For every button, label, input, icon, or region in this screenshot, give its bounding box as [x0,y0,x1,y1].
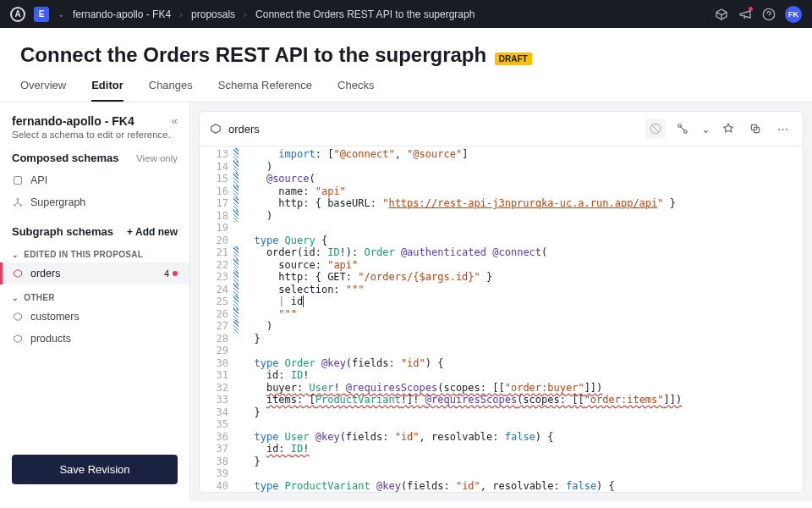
connectors-icon[interactable] [672,119,693,139]
code-line[interactable]: 20 type Query { [200,235,803,247]
unsaved-dot [173,271,178,276]
more-icon[interactable]: ⋯ [772,119,793,139]
sidebar-item-customers[interactable]: customers [0,306,189,328]
code-line[interactable]: 27 ) [200,320,803,333]
save-revision-button[interactable]: Save Revision [12,455,178,484]
code-line[interactable]: 37 id: ID! [200,443,803,456]
lint-icon[interactable] [718,119,738,139]
sidebar-item-label: orders [30,268,60,279]
code-line[interactable]: 33 items: [ProductVariant!]! @requiresSc… [200,394,803,406]
code-line[interactable]: 40 type ProductVariant @key(fields: "id"… [200,480,803,493]
svg-point-4 [20,205,22,207]
copy-icon[interactable] [745,119,765,139]
code-line[interactable]: 30 type Order @key(fields: "id") { [200,357,803,370]
org-badge[interactable]: E [34,7,49,22]
tab-editor[interactable]: Editor [91,79,123,102]
topbar: A E ⌄ fernando-apollo - FK4 › proposals … [0,0,812,28]
code-line[interactable]: 24 selection: """ [200,284,803,296]
chevron-down-icon: ⌄ [12,294,19,302]
collapse-sidebar-icon[interactable]: « [172,114,178,127]
group-edited[interactable]: ⌄ EDITED IN THIS PROPOSAL [0,241,189,262]
tab-checks[interactable]: Checks [337,79,374,102]
sidebar-item-label: Supergraph [30,196,85,208]
breadcrumb-graph[interactable]: fernando-apollo - FK4 [73,8,171,20]
announce-icon[interactable] [738,7,753,22]
code-line[interactable]: 36 type User @key(fields: "id", resolvab… [200,431,803,444]
sidebar-item-label: API [30,174,47,186]
code-line[interactable]: 18 ) [200,210,803,223]
breadcrumb-proposals[interactable]: proposals [191,8,235,20]
code-line[interactable]: 39 [200,467,803,480]
subgraph-schemas-label: Subgraph schemas [12,225,113,238]
sidebar-subtitle: Select a schema to edit or reference. [12,130,171,140]
code-line[interactable]: 26 """ [200,308,803,321]
code-line[interactable]: 38 } [200,456,803,468]
breadcrumb-sep: › [244,8,247,20]
code-line[interactable]: 17 http: { baseURL: "https://rest-api-j3… [200,197,803,210]
discard-icon [645,119,666,139]
cube-icon [12,268,24,279]
code-line[interactable]: 31 id: ID! [200,369,803,382]
sidebar: fernando-apollo - FK4 Select a schema to… [0,102,190,501]
svg-rect-1 [14,177,22,185]
sidebar-item-api[interactable]: API [0,169,189,191]
code-line[interactable]: 21 order(id: ID!): Order @authenticated … [200,246,803,259]
cube-icon [210,123,222,135]
cube-icon[interactable] [714,7,729,22]
code-line[interactable]: 29 [200,345,803,357]
code-line[interactable]: 22 source: "api" [200,259,803,272]
code-line[interactable]: 23 http: { GET: "/orders/{$args.id}" } [200,271,803,284]
editor-tab-title[interactable]: orders [228,123,260,135]
code-line[interactable]: 19 [200,222,803,235]
supergraph-icon [12,196,24,208]
svg-point-3 [14,205,16,207]
tab-changes[interactable]: Changes [149,79,193,102]
tab-overview[interactable]: Overview [20,79,66,102]
svg-point-2 [17,199,19,201]
editor-tab-bar: orders ⌄ ⋯ [200,112,803,146]
apollo-logo[interactable]: A [10,7,25,22]
code-editor[interactable]: 13 import: ["@connect", "@source"]14 )15… [200,146,803,492]
code-line[interactable]: 13 import: ["@connect", "@source"] [200,148,803,161]
cube-icon [12,311,24,323]
code-line[interactable]: 32 buyer: User! @requiresScopes(scopes: … [200,382,803,395]
code-line[interactable]: 34 } [200,406,803,419]
chevron-down-icon[interactable]: ⌄ [700,119,711,139]
help-icon[interactable] [761,7,776,22]
cube-icon [12,333,24,345]
api-icon [12,174,24,186]
page-header: Connect the Orders REST API to the super… [0,28,812,67]
code-line[interactable]: 25 | id [200,295,803,308]
code-line[interactable]: 28 } [200,333,803,345]
composed-schemas-label: Composed schemas [12,152,118,164]
breadcrumb-title[interactable]: Connect the Orders REST API to the super… [255,8,475,20]
sidebar-item-supergraph[interactable]: Supergraph [0,191,189,213]
chevron-down-icon: ⌄ [12,251,19,259]
sidebar-title: fernando-apollo - FK4 [12,114,171,128]
page-title: Connect the Orders REST API to the super… [20,43,486,66]
sidebar-item-label: customers [30,311,80,323]
view-only-label: View only [136,153,178,163]
code-line[interactable]: 35 [200,418,803,431]
sidebar-item-orders[interactable]: orders 4 [0,262,189,284]
tabs: Overview Editor Changes Schema Reference… [0,67,812,102]
breadcrumb-sep: › [179,8,183,20]
code-line[interactable]: 15 @source( [200,173,803,185]
group-other[interactable]: ⌄ OTHER [0,284,189,306]
avatar[interactable]: FK [785,6,802,23]
editor-pane: orders ⌄ ⋯ 13 import: ["@connect", "@sou… [190,102,812,501]
edit-count: 4 [164,268,169,279]
sidebar-item-label: products [30,333,71,345]
code-line[interactable]: 16 name: "api" [200,185,803,198]
tab-schema-reference[interactable]: Schema Reference [218,79,312,102]
add-new-button[interactable]: + Add new [127,226,178,238]
status-badge: DRAFT [495,52,532,65]
sidebar-item-products[interactable]: products [0,328,189,350]
chevron-down-icon[interactable]: ⌄ [58,9,64,19]
code-line[interactable]: 14 ) [200,161,803,174]
